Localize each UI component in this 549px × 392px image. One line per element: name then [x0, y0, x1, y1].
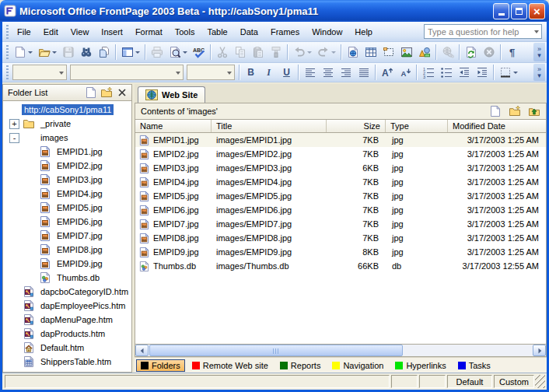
close-button[interactable]: ×: [529, 3, 545, 19]
align-left-button[interactable]: [301, 64, 319, 81]
tree-item[interactable]: http://cabSony1/pma11: [3, 103, 131, 117]
toolbar-grip[interactable]: [6, 65, 9, 79]
style-combobox[interactable]: [12, 65, 67, 80]
menu-item-tools[interactable]: Tools: [169, 24, 201, 40]
chevron-down-icon[interactable]: [224, 65, 234, 79]
drawing-button[interactable]: [415, 44, 433, 61]
indent-button[interactable]: [473, 64, 491, 81]
redo-button[interactable]: [314, 44, 338, 61]
tree-item[interactable]: dapMenuPage.htm: [3, 313, 131, 327]
menu-item-table[interactable]: Table: [201, 24, 233, 40]
horizontal-scrollbar[interactable]: [135, 344, 547, 357]
bold-button[interactable]: B: [242, 64, 260, 81]
save-button[interactable]: [59, 44, 77, 61]
column-header[interactable]: Modified Date: [448, 120, 546, 132]
borders-button[interactable]: [496, 64, 520, 81]
toolbar-options-button[interactable]: »▾: [533, 64, 545, 81]
column-header[interactable]: Title: [212, 120, 327, 132]
tree-item[interactable]: EMPID4.jpg: [3, 187, 131, 201]
close-button[interactable]: [115, 86, 129, 100]
column-header[interactable]: Size: [327, 120, 386, 132]
menu-item-edit[interactable]: Edit: [37, 24, 65, 40]
up-folder-button[interactable]: [527, 104, 541, 118]
toolbar-options-button[interactable]: »▾: [533, 43, 545, 61]
table-row[interactable]: EMPID2.jpg images/EMPID2.jpg 7KB jpg 3/1…: [135, 147, 546, 161]
copy-button[interactable]: [231, 44, 249, 61]
tree-item[interactable]: EMPID6.jpg: [3, 215, 131, 229]
tree-item[interactable]: EMPID7.jpg: [3, 229, 131, 243]
expander-toggle[interactable]: +: [9, 119, 19, 129]
question-input[interactable]: [425, 27, 531, 37]
menu-item-window[interactable]: Window: [306, 24, 348, 40]
tree-item[interactable]: dapEmployeePics.htm: [3, 299, 131, 313]
toolbar-grip[interactable]: [6, 25, 9, 39]
view-tab-hyperlinks[interactable]: Hyperlinks: [390, 359, 450, 372]
column-header[interactable]: Type: [386, 120, 448, 132]
tree-item[interactable]: EMPID8.jpg: [3, 243, 131, 257]
maximize-button[interactable]: [511, 3, 527, 19]
table-row[interactable]: EMPID6.jpg images/EMPID6.jpg 7KB jpg 3/1…: [135, 203, 546, 217]
column-header[interactable]: Name: [135, 120, 212, 132]
view-tab-tasks[interactable]: Tasks: [453, 359, 495, 372]
tab-web-site[interactable]: Web Site: [138, 86, 205, 103]
scrollbar-track[interactable]: [149, 345, 533, 356]
menu-item-file[interactable]: File: [11, 24, 37, 40]
bullets-button[interactable]: [437, 64, 455, 81]
scroll-left-button[interactable]: [135, 345, 149, 356]
show-paragraph-button[interactable]: ¶: [503, 44, 521, 61]
tree-item[interactable]: Default.htm: [3, 341, 131, 355]
tree-item[interactable]: EMPID5.jpg: [3, 201, 131, 215]
new-folder-button[interactable]: [508, 104, 522, 118]
grow-font-button[interactable]: A: [378, 64, 396, 81]
minimize-button[interactable]: [493, 3, 509, 19]
menu-item-view[interactable]: View: [65, 24, 96, 40]
scrollbar-thumb[interactable]: [149, 345, 403, 356]
tree-item[interactable]: EMPID9.jpg: [3, 257, 131, 271]
font-combobox[interactable]: [70, 65, 184, 80]
tree-item[interactable]: ShippersTable.htm: [3, 355, 131, 369]
underline-button[interactable]: U: [278, 64, 295, 81]
expander-toggle[interactable]: -: [9, 133, 19, 143]
find-button[interactable]: [77, 44, 95, 61]
menu-item-frames[interactable]: Frames: [264, 24, 306, 40]
spelling-button[interactable]: ABC: [190, 44, 208, 61]
menu-item-insert[interactable]: Insert: [95, 24, 129, 40]
title-bar[interactable]: Microsoft Office FrontPage 2003 Beta - h…: [0, 0, 549, 22]
new-page-button[interactable]: [84, 86, 98, 100]
table-row[interactable]: EMPID1.jpg images/EMPID1.jpg 7KB jpg 3/1…: [135, 133, 546, 147]
tree-item[interactable]: + _private: [3, 117, 131, 131]
table-row[interactable]: EMPID5.jpg images/EMPID5.jpg 7KB jpg 3/1…: [135, 189, 546, 203]
new-folder-button[interactable]: [100, 86, 114, 100]
tree-item[interactable]: EMPID2.jpg: [3, 159, 131, 173]
question-box[interactable]: [424, 24, 542, 39]
chevron-down-icon[interactable]: [173, 65, 183, 79]
chevron-down-icon[interactable]: [531, 25, 541, 38]
menu-item-data[interactable]: Data: [234, 24, 264, 40]
insert-picture-button[interactable]: [397, 44, 415, 61]
new-page-button[interactable]: [488, 104, 502, 118]
view-tab-folders[interactable]: Folders: [136, 359, 185, 372]
italic-button[interactable]: I: [260, 64, 278, 81]
open-folder-button[interactable]: [35, 44, 59, 61]
table-row[interactable]: EMPID4.jpg images/EMPID4.jpg 7KB jpg 3/1…: [135, 175, 546, 189]
align-center-button[interactable]: [319, 64, 337, 81]
cut-button[interactable]: [213, 44, 231, 61]
justify-button[interactable]: [355, 64, 372, 81]
font-size-combobox[interactable]: [187, 65, 235, 80]
format-painter-button[interactable]: [267, 44, 285, 61]
numbering-button[interactable]: 123: [419, 64, 437, 81]
hyperlink-button[interactable]: [439, 44, 456, 61]
shrink-font-button[interactable]: A: [396, 64, 414, 81]
chevron-down-icon[interactable]: [56, 65, 66, 79]
table-row[interactable]: EMPID9.jpg images/EMPID9.jpg 8KB jpg 3/1…: [135, 245, 546, 259]
table-row[interactable]: EMPID3.jpg images/EMPID3.jpg 6KB jpg 3/1…: [135, 161, 546, 175]
view-tab-navigation[interactable]: Navigation: [327, 359, 388, 372]
publish-site-button[interactable]: [95, 44, 113, 61]
table-row[interactable]: EMPID8.jpg images/EMPID8.jpg 7KB jpg 3/1…: [135, 231, 546, 245]
web-component-button[interactable]: [344, 44, 362, 61]
outdent-button[interactable]: [455, 64, 473, 81]
tree-item[interactable]: EMPID3.jpg: [3, 173, 131, 187]
refresh-button[interactable]: [462, 44, 480, 61]
toggle-pane-button[interactable]: [118, 44, 142, 61]
tree-item[interactable]: EMPID1.jpg: [3, 145, 131, 159]
